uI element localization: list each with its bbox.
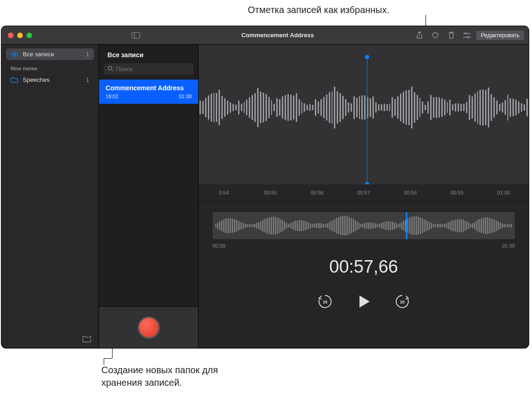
callout-favorites: Отметка записей как избранных.	[219, 4, 419, 16]
recording-duration: 01:30	[179, 94, 192, 99]
sidebar: Все записи 1 Мои папки Speeches 1	[1, 45, 99, 348]
ruler-tick: 00:55	[247, 190, 293, 195]
search-input[interactable]	[104, 63, 193, 75]
leader-line	[104, 358, 112, 359]
svg-point-14	[108, 67, 112, 70]
waveform-overview[interactable]	[213, 212, 515, 239]
playback-controls: 15 15	[199, 293, 529, 310]
close-button[interactable]	[8, 33, 13, 38]
folder-icon	[11, 77, 18, 83]
svg-point-3	[465, 33, 466, 34]
ruler-tick: 00:58	[387, 190, 433, 195]
svg-rect-0	[132, 32, 140, 38]
overview-end-label: 01:30	[502, 243, 515, 248]
recording-title: Commencement Address	[106, 84, 192, 92]
sidebar-item-label: Все записи	[23, 51, 54, 58]
overview-start-label: 00:00	[213, 243, 226, 248]
play-button[interactable]	[355, 293, 372, 310]
title-text: Commencement Address	[145, 32, 410, 39]
ruler-tick: 00:59	[433, 190, 480, 195]
waveform-icon	[11, 52, 18, 57]
sidebar-item-count: 1	[86, 51, 89, 58]
svg-text:15: 15	[400, 300, 405, 304]
ruler-tick: 00:57	[340, 190, 387, 195]
edit-button[interactable]: Редактировать	[476, 31, 524, 40]
svg-text:15: 15	[323, 300, 327, 304]
time-ruler: 0:54 00:55 00:56 00:57 00:58 00:59 01:00	[199, 184, 529, 201]
favorite-icon[interactable]	[429, 30, 442, 41]
minimize-button[interactable]	[17, 33, 23, 38]
search-icon	[107, 66, 113, 72]
sidebar-toggle-icon[interactable]	[129, 30, 142, 41]
list-header: Все записи	[99, 45, 198, 63]
share-icon[interactable]	[413, 30, 426, 41]
trash-icon[interactable]	[445, 30, 458, 41]
sidebar-item-count: 1	[86, 76, 89, 83]
traffic-lights	[1, 33, 125, 38]
settings-sliders-icon[interactable]	[460, 30, 473, 41]
skip-back-15-button[interactable]: 15	[317, 293, 333, 310]
ruler-tick: 0:54	[200, 190, 247, 195]
zoom-button[interactable]	[27, 33, 32, 38]
waveform-main[interactable]	[199, 45, 529, 184]
titlebar: Commencement Address Редактировать	[1, 26, 529, 45]
skip-forward-15-button[interactable]: 15	[394, 293, 411, 310]
svg-line-15	[112, 70, 113, 71]
svg-marker-17	[359, 295, 370, 308]
svg-point-5	[467, 36, 469, 38]
sidebar-item-all-recordings[interactable]: Все записи 1	[6, 48, 94, 60]
callout-new-folder: Создание новых папок для хранения записе…	[101, 364, 250, 389]
playhead[interactable]	[367, 57, 367, 184]
new-folder-button[interactable]	[82, 335, 92, 343]
sidebar-item-folder[interactable]: Speeches 1	[6, 74, 94, 86]
leader-line	[104, 358, 104, 365]
sidebar-item-label: Speeches	[23, 76, 50, 83]
recording-item[interactable]: Commencement Address 18:02 01:30	[99, 80, 198, 104]
overview-playhead[interactable]	[406, 212, 407, 239]
current-time-display: 00:57,66	[199, 257, 529, 277]
recordings-column: Все записи Commencement Address 18:02 01…	[99, 45, 199, 348]
record-footer	[99, 306, 198, 348]
app-window: Commencement Address Редактировать В	[1, 26, 529, 348]
ruler-tick: 01:00	[480, 190, 527, 195]
record-button[interactable]	[138, 316, 160, 339]
player-panel: 0:54 00:55 00:56 00:57 00:58 00:59 01:00…	[199, 45, 529, 348]
ruler-tick: 00:56	[294, 190, 340, 195]
recording-time: 18:02	[106, 94, 119, 99]
sidebar-section-header: Мои папки	[1, 61, 99, 73]
